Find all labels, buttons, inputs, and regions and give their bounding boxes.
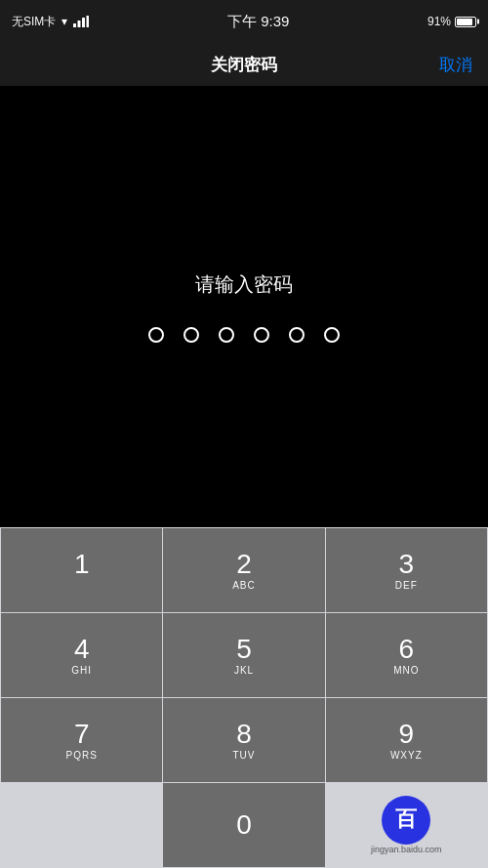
pin-prompt: 请输入密码 (195, 271, 293, 298)
key-5-number: 5 (236, 636, 252, 663)
key-8[interactable]: 8 TUV (163, 698, 324, 782)
key-0[interactable]: 0 (163, 783, 324, 867)
key-0-number: 0 (236, 811, 252, 839)
keypad-row-4: 0 百 jingyan.baidu.com (1, 783, 487, 867)
key-3[interactable]: 3 DEF (326, 528, 487, 612)
key-empty-left (1, 783, 162, 867)
signal-icon (73, 16, 89, 27)
keypad-row-2: 4 GHI 5 JKL 6 MNO (1, 613, 487, 697)
key-6-number: 6 (399, 636, 415, 663)
svg-rect-0 (73, 23, 76, 27)
pin-area: 请输入密码 (0, 86, 488, 527)
baidu-content: 百 jingyan.baidu.com (371, 796, 442, 854)
svg-rect-3 (87, 16, 90, 27)
key-8-letters: TUV (232, 750, 255, 761)
key-7[interactable]: 7 PQRS (1, 698, 162, 782)
status-right: 91% (427, 15, 476, 28)
key-6-letters: MNO (393, 665, 419, 676)
key-9-letters: WXYZ (390, 750, 423, 761)
wifi-icon: ▾ (61, 15, 67, 28)
battery-percent: 91% (427, 15, 451, 28)
key-3-letters: DEF (395, 580, 418, 591)
baidu-logo: 百 (382, 796, 430, 845)
key-2-letters: ABC (232, 580, 256, 591)
keypad: 1 2 ABC 3 DEF 4 GHI 5 JKL 6 MNO 7 PQRS (0, 527, 488, 868)
carrier-text: 无SIM卡 (12, 14, 56, 30)
svg-rect-1 (78, 21, 81, 27)
key-8-number: 8 (236, 721, 252, 748)
key-4-letters: GHI (71, 665, 92, 676)
key-1-number: 1 (74, 551, 90, 578)
battery-icon (455, 17, 476, 27)
pin-dot-5 (289, 327, 305, 343)
baidu-sub-text: jingyan.baidu.com (371, 845, 442, 854)
key-2[interactable]: 2 ABC (163, 528, 324, 612)
pin-dot-3 (219, 327, 234, 343)
key-6[interactable]: 6 MNO (326, 613, 487, 697)
key-5-letters: JKL (234, 665, 254, 676)
key-4-number: 4 (74, 636, 90, 663)
key-2-number: 2 (236, 551, 252, 578)
key-7-letters: PQRS (65, 750, 97, 761)
pin-dots (148, 327, 340, 343)
key-5[interactable]: 5 JKL (163, 613, 324, 697)
keypad-row-1: 1 2 ABC 3 DEF (1, 528, 487, 612)
nav-bar: 关闭密码 取消 (0, 43, 488, 86)
status-left: 无SIM卡 ▾ (12, 14, 89, 30)
key-3-number: 3 (399, 551, 415, 578)
key-7-number: 7 (74, 721, 90, 748)
battery-fill (457, 19, 472, 25)
key-4[interactable]: 4 GHI (1, 613, 162, 697)
svg-text:百: 百 (395, 806, 418, 831)
pin-dot-6 (324, 327, 340, 343)
svg-rect-2 (82, 18, 85, 27)
pin-dot-2 (183, 327, 199, 343)
key-1[interactable]: 1 (1, 528, 162, 612)
cancel-button[interactable]: 取消 (439, 54, 472, 76)
pin-dot-1 (148, 327, 164, 343)
key-9[interactable]: 9 WXYZ (326, 698, 487, 782)
baidu-badge: 百 jingyan.baidu.com (326, 783, 487, 867)
key-1-letters (80, 580, 84, 591)
pin-dot-4 (254, 327, 269, 343)
key-9-number: 9 (399, 721, 415, 748)
nav-title: 关闭密码 (211, 54, 277, 76)
status-time: 下午 9:39 (227, 13, 289, 31)
status-bar: 无SIM卡 ▾ 下午 9:39 91% (0, 0, 488, 43)
keypad-row-3: 7 PQRS 8 TUV 9 WXYZ (1, 698, 487, 782)
